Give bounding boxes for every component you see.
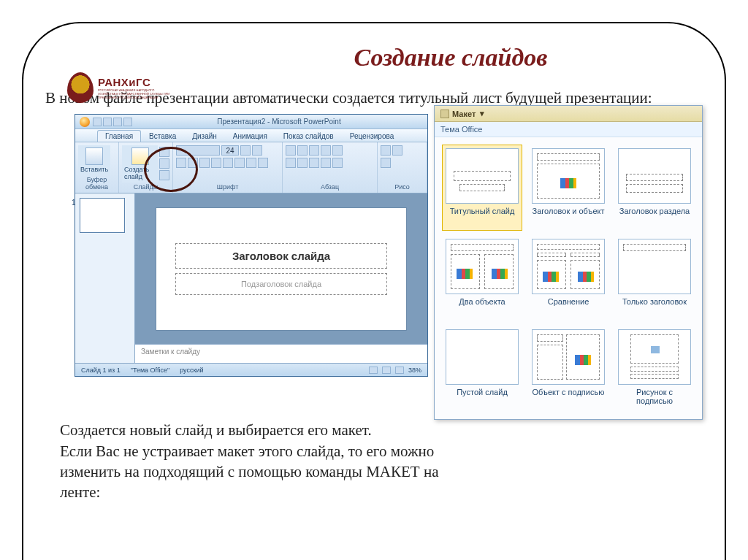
layout-gallery: Макет ▾ Тема Office Титульный слайд: [434, 105, 703, 420]
layout-two-content[interactable]: Два объекта: [442, 235, 522, 321]
status-theme: "Тема Office": [131, 367, 169, 374]
font-size-combo[interactable]: 24: [221, 145, 239, 156]
layout-label: Заголовок раздела: [619, 207, 690, 227]
powerpoint-window: Презентация2 - Microsoft PowerPoint Глав…: [75, 114, 428, 377]
font-family-combo[interactable]: [176, 145, 220, 156]
window-titlebar: Презентация2 - Microsoft PowerPoint: [75, 115, 427, 129]
justify-icon[interactable]: [321, 158, 331, 168]
layout-button[interactable]: Макет ▾: [435, 106, 702, 122]
bold-icon[interactable]: [176, 158, 186, 168]
layout-content-caption[interactable]: Объект с подписью: [528, 326, 608, 412]
tab-animation[interactable]: Анимация: [225, 130, 275, 142]
picture-icon: [651, 346, 660, 353]
layout-label: Два объекта: [459, 297, 505, 318]
shapes-icon[interactable]: [381, 145, 391, 156]
layout-label: Сравнение: [548, 297, 589, 318]
layout-blank[interactable]: Пустой слайд: [442, 326, 522, 412]
align-left-icon[interactable]: [286, 158, 296, 168]
group-paragraph: Абзац: [286, 183, 374, 191]
grow-font-icon[interactable]: [240, 145, 251, 156]
italic-icon[interactable]: [188, 158, 198, 168]
layout-label: Заголовок и объект: [533, 207, 605, 227]
group-font: Шрифт: [176, 183, 279, 191]
case-icon[interactable]: [246, 158, 256, 168]
font-row1: 24: [176, 145, 262, 156]
current-slide: Заголовок слайда Подзаголовок слайда: [156, 207, 407, 331]
layout-label: Объект с подписью: [533, 388, 605, 408]
status-bar: Слайд 1 из 1 "Тема Office" русский 38%: [75, 363, 427, 376]
layout-label: Рисунок с подписью: [618, 388, 691, 408]
tab-review[interactable]: Рецензирова: [342, 130, 402, 142]
layout-section-header[interactable]: Заголовок раздела: [614, 145, 695, 231]
arrange-icon[interactable]: [392, 145, 402, 156]
line-spacing-icon[interactable]: [332, 145, 343, 156]
strike-icon[interactable]: [211, 158, 221, 168]
quick-access-toolbar[interactable]: [93, 118, 132, 126]
columns-icon[interactable]: [332, 158, 343, 168]
outro-text: Создается новый слайд и выбирается его м…: [60, 420, 469, 502]
layout-label: Только заголовок: [622, 297, 687, 318]
quick-styles-icon[interactable]: [381, 158, 391, 168]
delete-icon[interactable]: [159, 170, 169, 180]
status-lang: русский: [180, 367, 203, 374]
tab-home[interactable]: Главная: [97, 130, 141, 142]
numbering-icon[interactable]: [297, 145, 308, 156]
underline-icon[interactable]: [199, 158, 210, 168]
layout-title-slide[interactable]: Титульный слайд: [442, 145, 522, 231]
view-slideshow-icon[interactable]: [395, 367, 404, 374]
institution-logo: РАНХиГС РОССИЙСКАЯ АКАДЕМИЯ НАРОДНОГО ХО…: [67, 67, 184, 107]
indent-inc-icon[interactable]: [321, 145, 331, 156]
thumbnail-1[interactable]: [80, 198, 125, 233]
group-clipboard: Буфер обмена: [78, 175, 115, 191]
align-right-icon[interactable]: [309, 158, 319, 168]
group-drawing: Рисо: [381, 183, 424, 191]
chevron-down-icon: ▾: [480, 109, 484, 118]
slide-thumbnails[interactable]: [75, 193, 135, 363]
layout-comparison[interactable]: Сравнение: [528, 235, 608, 321]
office-button-icon[interactable]: [80, 117, 90, 127]
gallery-section-header: Тема Office: [435, 122, 702, 137]
logo-acronym: РАНХиГС: [98, 76, 171, 88]
crest-icon: [67, 72, 94, 103]
tab-insert[interactable]: Вставка: [141, 130, 184, 142]
slide-frame: РАНХиГС РОССИЙСКАЯ АКАДЕМИЯ НАРОДНОГО ХО…: [22, 22, 726, 560]
tab-slideshow[interactable]: Показ слайдов: [275, 130, 342, 142]
ribbon: Вставить Буфер обмена Создать слайд Слай…: [75, 142, 427, 193]
ribbon-tabs: Главная Вставка Дизайн Анимация Показ сл…: [75, 129, 427, 142]
layout-label: Титульный слайд: [450, 207, 515, 227]
logo-fullname: РОССИЙСКАЯ АКАДЕМИЯ НАРОДНОГО ХОЗЯЙСТВА …: [98, 88, 171, 99]
subtitle-placeholder[interactable]: Подзаголовок слайда: [175, 273, 387, 295]
layout-label: Пустой слайд: [457, 388, 508, 408]
new-slide-label: Создать слайд: [124, 166, 156, 180]
status-slide-pos: Слайд 1 из 1: [81, 367, 121, 374]
slide-editor[interactable]: Заголовок слайда Подзаголовок слайда: [135, 193, 427, 344]
font-color-icon[interactable]: [258, 158, 268, 168]
tab-design[interactable]: Дизайн: [184, 130, 225, 142]
slide-title: Создание слайдов: [199, 44, 703, 72]
window-title: Презентация2 - Microsoft PowerPoint: [135, 118, 423, 126]
paste-button[interactable]: Вставить: [78, 145, 110, 175]
shadow-icon[interactable]: [223, 158, 233, 168]
layout-title-only[interactable]: Только заголовок: [614, 235, 695, 321]
bullets-icon[interactable]: [286, 145, 296, 156]
layout-icon[interactable]: [159, 147, 169, 157]
spacing-icon[interactable]: [234, 158, 245, 168]
layout-title-content[interactable]: Заголовок и объект: [528, 145, 608, 231]
layout-button-label: Макет: [452, 110, 476, 118]
group-slides: Слайды: [122, 183, 169, 191]
paste-label: Вставить: [80, 166, 108, 173]
align-center-icon[interactable]: [297, 158, 308, 168]
layout-picture-caption[interactable]: Рисунок с подписью: [614, 326, 695, 412]
view-normal-icon[interactable]: [369, 367, 378, 374]
view-sorter-icon[interactable]: [382, 367, 391, 374]
shrink-font-icon[interactable]: [252, 145, 262, 156]
layout-button-icon: [440, 110, 449, 118]
title-placeholder[interactable]: Заголовок слайда: [175, 243, 387, 269]
reset-icon[interactable]: [159, 158, 169, 169]
new-slide-button[interactable]: Создать слайд: [122, 145, 158, 183]
indent-dec-icon[interactable]: [309, 145, 319, 156]
gallery-grid: Титульный слайд Заголовок и объект: [435, 137, 702, 419]
notes-pane[interactable]: Заметки к слайду: [135, 344, 427, 363]
zoom-level[interactable]: 38%: [408, 367, 421, 374]
